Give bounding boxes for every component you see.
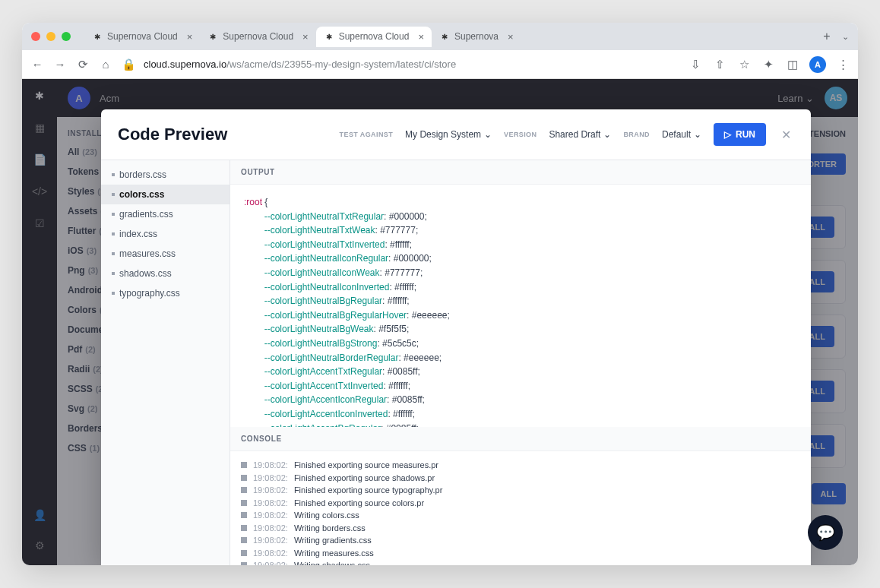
back-icon[interactable]: ← xyxy=(30,58,45,71)
code-line: --colorLightNeutralTxtInverted: #ffffff; xyxy=(244,238,797,252)
minimize-window-icon[interactable] xyxy=(46,32,55,41)
code-line: --colorLightNeutralIconWeak: #777777; xyxy=(244,266,797,280)
tab-close-icon[interactable]: × xyxy=(418,31,424,43)
code-line: --colorLightAccentTxtRegular: #0085ff; xyxy=(244,365,797,379)
file-item[interactable]: colors.css xyxy=(101,185,229,204)
tab-title: Supernova xyxy=(454,31,499,42)
test-against-label: TEST AGAINST xyxy=(340,131,393,138)
console-message: Writing gradients.css xyxy=(294,534,372,547)
tab-close-icon[interactable]: × xyxy=(187,31,193,43)
code-line: :root { xyxy=(244,195,797,210)
chat-bubble-icon[interactable]: 💬 xyxy=(808,515,843,550)
run-button[interactable]: ▷RUN xyxy=(714,123,766,146)
tab-title: Supernova Cloud xyxy=(223,31,293,42)
favicon-icon: ✱ xyxy=(439,31,450,42)
console-line: 19:08:02:Writing gradients.css xyxy=(241,534,800,547)
tab-title: Supernova Cloud xyxy=(107,31,178,42)
file-list: borders.csscolors.cssgradients.cssindex.… xyxy=(101,160,230,565)
status-square-icon xyxy=(241,500,247,506)
star-icon[interactable]: ☆ xyxy=(736,58,752,71)
code-line: --colorLightNeutralBgWeak: #f5f5f5; xyxy=(244,322,797,337)
console-output[interactable]: 19:08:02:Finished exporting source measu… xyxy=(230,451,811,565)
test-against-dropdown[interactable]: My Design System ⌄ xyxy=(405,129,492,140)
favicon-icon: ✱ xyxy=(92,31,103,42)
lock-icon: 🔒 xyxy=(121,58,136,71)
console-message: Writing colors.css xyxy=(294,509,359,522)
code-output[interactable]: :root { --colorLightNeutralTxtRegular: #… xyxy=(230,185,811,427)
status-square-icon xyxy=(241,525,247,531)
menu-icon[interactable]: ⋮ xyxy=(835,58,850,71)
browser-tab[interactable]: ✱Supernova Cloud× xyxy=(316,27,432,47)
brand-label: BRAND xyxy=(623,131,650,138)
file-item[interactable]: shadows.css xyxy=(101,264,229,283)
close-window-icon[interactable] xyxy=(31,32,40,41)
output-label: OUTPUT xyxy=(230,160,811,185)
console-line: 19:08:02:Finished exporting source typog… xyxy=(241,484,800,497)
app-content: ✱ ▦ 📄 </> ☑ 👤 ⚙ A Acm Learn ⌄ AS INSTALL… xyxy=(22,79,858,565)
tab-title: Supernova Cloud xyxy=(339,31,410,42)
forward-icon[interactable]: → xyxy=(52,58,68,71)
tabs-dropdown-icon[interactable]: ⌄ xyxy=(842,32,849,42)
extensions-icon[interactable]: ✦ xyxy=(761,58,776,71)
modal-title: Code Preview xyxy=(118,125,227,144)
console-line: 19:08:02:Finished exporting source shado… xyxy=(241,472,800,485)
file-item[interactable]: index.css xyxy=(101,224,229,244)
favicon-icon: ✱ xyxy=(207,31,218,42)
status-square-icon xyxy=(241,550,247,556)
status-square-icon xyxy=(241,562,247,565)
window-controls xyxy=(31,32,71,41)
brand-dropdown[interactable]: Default ⌄ xyxy=(662,129,701,140)
code-line: --colorLightNeutralBorderRegular: #eeeee… xyxy=(244,351,797,365)
file-item[interactable]: measures.css xyxy=(101,244,229,264)
console-message: Finished exporting source measures.pr xyxy=(294,459,438,472)
status-square-icon xyxy=(241,512,247,518)
maximize-window-icon[interactable] xyxy=(62,32,71,41)
browser-tab[interactable]: ✱Supernova× xyxy=(432,27,521,47)
console-message: Writing measures.css xyxy=(294,547,374,560)
favicon-icon: ✱ xyxy=(324,31,334,42)
titlebar: ✱Supernova Cloud×✱Supernova Cloud×✱Super… xyxy=(22,23,858,50)
status-square-icon xyxy=(241,537,247,543)
version-label: VERSION xyxy=(504,131,537,138)
code-line: --colorLightNeutralBgRegularHover: #eeee… xyxy=(244,308,797,323)
code-line: --colorLightNeutralIconRegular: #000000; xyxy=(244,251,797,266)
console-message: Writing shadows.css xyxy=(294,559,370,565)
profile-avatar[interactable]: A xyxy=(809,56,826,73)
sidepanel-icon[interactable]: ◫ xyxy=(785,58,800,71)
console-line: 19:08:02:Writing shadows.css xyxy=(241,559,800,565)
code-line: --colorLightAccentIconInverted: #ffffff; xyxy=(244,407,797,422)
console-message: Finished exporting source colors.pr xyxy=(294,497,424,510)
file-item[interactable]: gradients.css xyxy=(101,204,229,224)
modal-close-icon[interactable]: ✕ xyxy=(778,128,794,142)
console-timestamp: 19:08:02: xyxy=(253,484,288,497)
reload-icon[interactable]: ⟳ xyxy=(75,58,90,71)
console-message: Finished exporting source shadows.pr xyxy=(294,472,435,485)
code-line: --colorLightNeutralIconInverted: #ffffff… xyxy=(244,280,797,295)
modal-header: Code Preview TEST AGAINST My Design Syst… xyxy=(101,109,811,160)
console-label: CONSOLE xyxy=(230,427,811,451)
file-item[interactable]: typography.css xyxy=(101,283,229,303)
console-timestamp: 19:08:02: xyxy=(253,497,288,510)
console-timestamp: 19:08:02: xyxy=(253,547,288,560)
status-square-icon xyxy=(241,462,247,468)
modal-body: borders.csscolors.cssgradients.cssindex.… xyxy=(101,160,811,565)
status-square-icon xyxy=(241,487,247,493)
code-line: --colorLightNeutralBgStrong: #5c5c5c; xyxy=(244,337,797,351)
play-icon: ▷ xyxy=(724,129,731,140)
tab-close-icon[interactable]: × xyxy=(508,31,514,43)
file-item[interactable]: borders.css xyxy=(101,165,229,185)
code-line: --colorLightAccentIconRegular: #0085ff; xyxy=(244,393,797,407)
home-icon[interactable]: ⌂ xyxy=(98,58,113,71)
status-square-icon xyxy=(241,475,247,481)
new-tab-button[interactable]: + xyxy=(818,27,836,46)
console-timestamp: 19:08:02: xyxy=(253,534,288,547)
install-icon[interactable]: ⇩ xyxy=(688,58,703,71)
tab-close-icon[interactable]: × xyxy=(302,31,309,43)
version-dropdown[interactable]: Shared Draft ⌄ xyxy=(549,129,611,140)
browser-tab[interactable]: ✱Supernova Cloud× xyxy=(84,27,200,47)
console-timestamp: 19:08:02: xyxy=(253,522,288,535)
url-display[interactable]: cloud.supernova.io/ws/acme/ds/23955-my-d… xyxy=(144,58,680,70)
browser-window: ✱Supernova Cloud×✱Supernova Cloud×✱Super… xyxy=(22,23,858,565)
browser-tab[interactable]: ✱Supernova Cloud× xyxy=(200,27,315,47)
share-icon[interactable]: ⇧ xyxy=(712,58,727,71)
